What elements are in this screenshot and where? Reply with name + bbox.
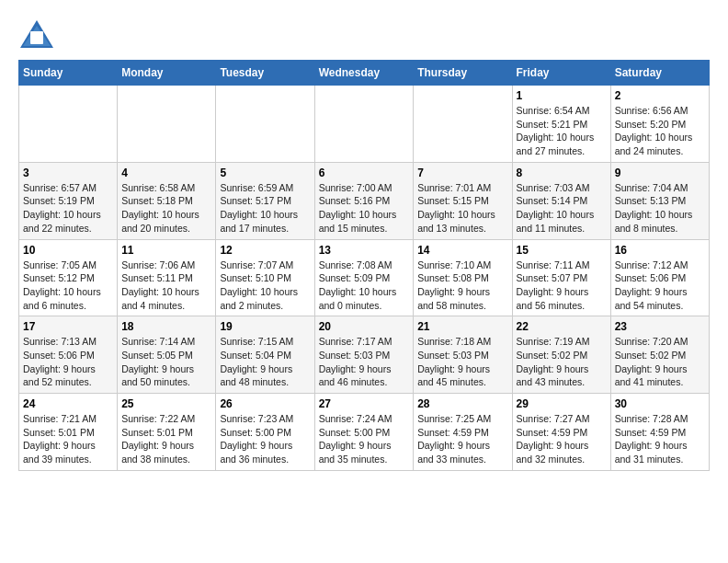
day-number: 23: [615, 320, 705, 333]
day-info: Sunrise: 7:20 AM Sunset: 5:02 PM Dayligh…: [615, 335, 705, 389]
day-number: 15: [517, 244, 607, 257]
day-info: Sunrise: 7:08 AM Sunset: 5:09 PM Dayligh…: [319, 259, 410, 313]
calendar-cell: 13Sunrise: 7:08 AM Sunset: 5:09 PM Dayli…: [314, 239, 414, 316]
weekday-header: Monday: [118, 61, 216, 86]
calendar-week-row: 17Sunrise: 7:13 AM Sunset: 5:06 PM Dayli…: [19, 316, 710, 394]
day-number: 14: [417, 244, 507, 257]
day-number: 10: [23, 244, 113, 257]
logo: [18, 18, 59, 51]
calendar-cell: 24Sunrise: 7:21 AM Sunset: 5:01 PM Dayli…: [19, 394, 118, 471]
calendar-cell: 25Sunrise: 7:22 AM Sunset: 5:01 PM Dayli…: [118, 394, 216, 471]
calendar-cell: 3Sunrise: 6:57 AM Sunset: 5:19 PM Daylig…: [19, 162, 118, 239]
calendar-cell: 6Sunrise: 7:00 AM Sunset: 5:16 PM Daylig…: [314, 162, 414, 239]
calendar-cell: 18Sunrise: 7:14 AM Sunset: 5:05 PM Dayli…: [118, 316, 216, 394]
day-info: Sunrise: 6:57 AM Sunset: 5:19 PM Dayligh…: [23, 181, 113, 236]
day-info: Sunrise: 7:25 AM Sunset: 4:59 PM Dayligh…: [417, 412, 507, 466]
day-number: 26: [220, 397, 310, 410]
day-number: 12: [220, 244, 310, 257]
weekday-header: Wednesday: [314, 61, 414, 86]
day-number: 6: [319, 167, 410, 179]
day-info: Sunrise: 7:05 AM Sunset: 5:12 PM Dayligh…: [23, 259, 113, 313]
day-info: Sunrise: 7:17 AM Sunset: 5:03 PM Dayligh…: [319, 335, 410, 389]
day-info: Sunrise: 7:10 AM Sunset: 5:08 PM Dayligh…: [417, 259, 507, 313]
day-info: Sunrise: 7:23 AM Sunset: 5:00 PM Dayligh…: [220, 412, 310, 466]
day-info: Sunrise: 7:28 AM Sunset: 4:59 PM Dayligh…: [615, 412, 705, 466]
day-number: 29: [517, 397, 607, 410]
calendar-cell: 30Sunrise: 7:28 AM Sunset: 4:59 PM Dayli…: [610, 394, 709, 471]
day-number: 1: [517, 89, 607, 102]
weekday-header-row: SundayMondayTuesdayWednesdayThursdayFrid…: [19, 61, 710, 86]
calendar-cell: 23Sunrise: 7:20 AM Sunset: 5:02 PM Dayli…: [610, 316, 709, 394]
day-info: Sunrise: 7:06 AM Sunset: 5:11 PM Dayligh…: [121, 259, 211, 313]
header: [18, 18, 710, 51]
day-number: 24: [23, 397, 113, 410]
day-info: Sunrise: 7:01 AM Sunset: 5:15 PM Dayligh…: [417, 181, 507, 236]
calendar-cell: [414, 86, 512, 163]
day-number: 8: [517, 167, 607, 179]
weekday-header: Friday: [512, 61, 610, 86]
day-number: 21: [417, 320, 507, 333]
calendar-cell: 20Sunrise: 7:17 AM Sunset: 5:03 PM Dayli…: [314, 316, 414, 394]
day-info: Sunrise: 7:27 AM Sunset: 4:59 PM Dayligh…: [517, 412, 607, 466]
calendar-cell: 15Sunrise: 7:11 AM Sunset: 5:07 PM Dayli…: [512, 239, 610, 316]
day-info: Sunrise: 7:00 AM Sunset: 5:16 PM Dayligh…: [319, 181, 410, 236]
calendar-cell: [19, 86, 118, 163]
calendar-cell: 1Sunrise: 6:54 AM Sunset: 5:21 PM Daylig…: [512, 86, 610, 163]
weekday-header: Tuesday: [216, 61, 314, 86]
day-info: Sunrise: 6:56 AM Sunset: 5:20 PM Dayligh…: [615, 104, 705, 158]
day-info: Sunrise: 7:14 AM Sunset: 5:05 PM Dayligh…: [121, 335, 211, 389]
day-number: 13: [319, 244, 410, 257]
day-info: Sunrise: 7:19 AM Sunset: 5:02 PM Dayligh…: [517, 335, 607, 389]
calendar-cell: 5Sunrise: 6:59 AM Sunset: 5:17 PM Daylig…: [216, 162, 314, 239]
day-info: Sunrise: 6:59 AM Sunset: 5:17 PM Dayligh…: [220, 181, 310, 236]
day-number: 7: [417, 167, 507, 179]
day-number: 30: [615, 397, 705, 410]
calendar-cell: 21Sunrise: 7:18 AM Sunset: 5:03 PM Dayli…: [414, 316, 512, 394]
day-number: 16: [615, 244, 705, 257]
day-number: 19: [220, 320, 310, 333]
calendar-cell: 27Sunrise: 7:24 AM Sunset: 5:00 PM Dayli…: [314, 394, 414, 471]
calendar-cell: 8Sunrise: 7:03 AM Sunset: 5:14 PM Daylig…: [512, 162, 610, 239]
day-info: Sunrise: 7:18 AM Sunset: 5:03 PM Dayligh…: [417, 335, 507, 389]
weekday-header: Saturday: [610, 61, 709, 86]
day-info: Sunrise: 7:24 AM Sunset: 5:00 PM Dayligh…: [319, 412, 410, 466]
day-number: 25: [121, 397, 211, 410]
calendar-cell: [216, 86, 314, 163]
weekday-header: Sunday: [19, 61, 118, 86]
calendar-cell: [118, 86, 216, 163]
calendar-week-row: 24Sunrise: 7:21 AM Sunset: 5:01 PM Dayli…: [19, 394, 710, 471]
calendar-cell: 17Sunrise: 7:13 AM Sunset: 5:06 PM Dayli…: [19, 316, 118, 394]
day-info: Sunrise: 7:12 AM Sunset: 5:06 PM Dayligh…: [615, 259, 705, 313]
day-info: Sunrise: 6:54 AM Sunset: 5:21 PM Dayligh…: [517, 104, 607, 158]
day-info: Sunrise: 7:11 AM Sunset: 5:07 PM Dayligh…: [517, 259, 607, 313]
calendar-week-row: 1Sunrise: 6:54 AM Sunset: 5:21 PM Daylig…: [19, 86, 710, 163]
day-number: 20: [319, 320, 410, 333]
day-info: Sunrise: 6:58 AM Sunset: 5:18 PM Dayligh…: [121, 181, 211, 236]
calendar-cell: 2Sunrise: 6:56 AM Sunset: 5:20 PM Daylig…: [610, 86, 709, 163]
day-number: 4: [121, 167, 211, 179]
day-info: Sunrise: 7:04 AM Sunset: 5:13 PM Dayligh…: [615, 181, 705, 236]
day-number: 22: [517, 320, 607, 333]
weekday-header: Thursday: [414, 61, 512, 86]
calendar-cell: 9Sunrise: 7:04 AM Sunset: 5:13 PM Daylig…: [610, 162, 709, 239]
logo-icon: [18, 18, 55, 51]
day-number: 9: [615, 167, 705, 179]
calendar-cell: 26Sunrise: 7:23 AM Sunset: 5:00 PM Dayli…: [216, 394, 314, 471]
day-info: Sunrise: 7:21 AM Sunset: 5:01 PM Dayligh…: [23, 412, 113, 466]
calendar-cell: 29Sunrise: 7:27 AM Sunset: 4:59 PM Dayli…: [512, 394, 610, 471]
calendar-cell: 7Sunrise: 7:01 AM Sunset: 5:15 PM Daylig…: [414, 162, 512, 239]
calendar-cell: 22Sunrise: 7:19 AM Sunset: 5:02 PM Dayli…: [512, 316, 610, 394]
day-number: 27: [319, 397, 410, 410]
calendar-cell: 16Sunrise: 7:12 AM Sunset: 5:06 PM Dayli…: [610, 239, 709, 316]
calendar-cell: 10Sunrise: 7:05 AM Sunset: 5:12 PM Dayli…: [19, 239, 118, 316]
calendar-cell: 19Sunrise: 7:15 AM Sunset: 5:04 PM Dayli…: [216, 316, 314, 394]
day-info: Sunrise: 7:22 AM Sunset: 5:01 PM Dayligh…: [121, 412, 211, 466]
day-number: 2: [615, 89, 705, 102]
calendar-week-row: 10Sunrise: 7:05 AM Sunset: 5:12 PM Dayli…: [19, 239, 710, 316]
day-number: 3: [23, 167, 113, 179]
calendar-cell: 12Sunrise: 7:07 AM Sunset: 5:10 PM Dayli…: [216, 239, 314, 316]
day-number: 11: [121, 244, 211, 257]
calendar-cell: 14Sunrise: 7:10 AM Sunset: 5:08 PM Dayli…: [414, 239, 512, 316]
calendar-cell: 28Sunrise: 7:25 AM Sunset: 4:59 PM Dayli…: [414, 394, 512, 471]
day-info: Sunrise: 7:15 AM Sunset: 5:04 PM Dayligh…: [220, 335, 310, 389]
